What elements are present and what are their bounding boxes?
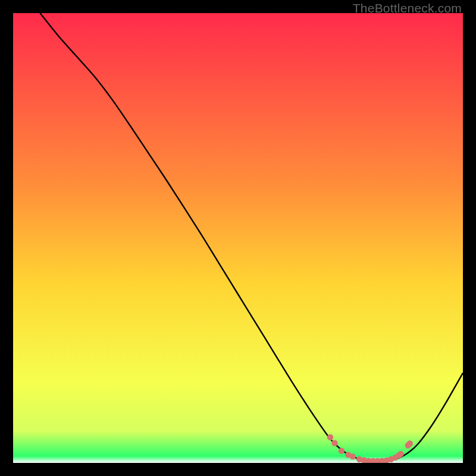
chart-frame [13, 13, 463, 463]
trough-marker [397, 451, 403, 457]
trough-marker [350, 453, 356, 459]
trough-marker [407, 440, 413, 446]
trough-marker [327, 434, 333, 440]
trough-marker [339, 447, 345, 453]
trough-marker [331, 440, 337, 446]
watermark-text: TheBottleneck.com [353, 1, 462, 15]
chart-background [13, 13, 463, 463]
chart-svg [13, 13, 463, 463]
